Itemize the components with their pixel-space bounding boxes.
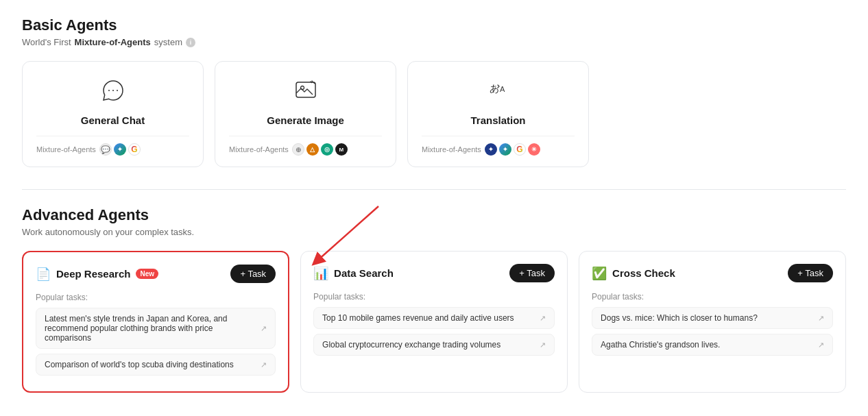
logo-bubble: 💬 [99, 143, 112, 156]
data-search-task-2[interactable]: Global cryptocurrency exchange trading v… [313, 334, 555, 356]
logo-spark-t: ✦ [485, 143, 497, 156]
advanced-subtitle-text: Work autonomously on your complex tasks. [22, 227, 194, 237]
translation-footer: Mixture-of-Agents ✦ ✦ G ✳ [422, 136, 575, 156]
advanced-agents-grid: 📄 Deep Research New + Task Popular tasks… [22, 251, 846, 393]
generate-image-logos: ⊕ △ ◎ M [292, 143, 348, 156]
data-search-icon: 📊 [313, 266, 328, 281]
translation-title: Translation [422, 114, 575, 126]
svg-text:A: A [500, 85, 505, 93]
cross-check-task-1[interactable]: Dogs vs. mice: Which is closer to humans… [592, 307, 833, 329]
logo-google: G [128, 143, 141, 156]
generate-image-icon [229, 78, 382, 108]
deep-research-task-2[interactable]: Comparison of world's top scuba diving d… [36, 354, 276, 376]
cross-check-icon: ✅ [592, 266, 607, 281]
subtitle-bold: Mixture-of-Agents [75, 37, 151, 47]
logo-snowflake-t: ✳ [528, 143, 540, 156]
section-divider [22, 189, 846, 190]
translation-logos: ✦ ✦ G ✳ [485, 143, 540, 156]
data-search-card[interactable]: 📊 Data Search + Task Popular tasks: Top … [300, 251, 568, 393]
logo-google-t: G [514, 143, 526, 156]
cross-check-card[interactable]: ✅ Cross Check + Task Popular tasks: Dogs… [579, 251, 846, 393]
general-chat-logos: 💬 ✦ G [99, 143, 141, 156]
translation-footer-label: Mixture-of-Agents [422, 145, 481, 154]
generate-image-card[interactable]: Generate Image Mixture-of-Agents ⊕ △ ◎ M [215, 61, 396, 167]
deep-research-title: Deep Research [56, 268, 130, 280]
general-chat-title: General Chat [36, 114, 189, 126]
advanced-agents-section: Advanced Agents Work autonomously on you… [22, 206, 846, 393]
cross-check-title: Cross Check [612, 267, 675, 279]
deep-research-title-group: 📄 Deep Research New [36, 267, 158, 282]
translation-icon: あ A [422, 78, 575, 108]
deep-research-task-1[interactable]: Latest men's style trends in Japan and K… [36, 308, 276, 349]
logo-gemini: ✦ [114, 143, 126, 156]
data-task-arrow-2: ↗ [540, 341, 546, 350]
logo-gemini-t: ✦ [499, 143, 511, 156]
data-search-header: 📊 Data Search + Task [313, 264, 555, 282]
subtitle-suffix: system [154, 37, 182, 47]
cross-task-arrow-1: ↗ [818, 314, 824, 323]
cross-check-popular-label: Popular tasks: [592, 292, 833, 302]
general-chat-footer: Mixture-of-Agents 💬 ✦ G [36, 136, 189, 156]
logo-openai-img: ⊕ [292, 143, 304, 156]
cross-check-task-btn[interactable]: + Task [788, 264, 833, 282]
advanced-agents-subtitle: Work autonomously on your complex tasks. [22, 227, 846, 237]
data-search-title: Data Search [334, 267, 394, 279]
deep-research-task-btn[interactable]: + Task [230, 265, 276, 283]
logo-openai: ◎ [321, 143, 333, 156]
generate-image-footer: Mixture-of-Agents ⊕ △ ◎ M [229, 136, 382, 156]
data-search-task-1[interactable]: Top 10 mobile games revenue and daily ac… [313, 307, 555, 329]
logo-anthropic: △ [306, 143, 319, 156]
data-search-popular-label: Popular tasks: [313, 292, 555, 302]
task-arrow-icon-1: ↗ [261, 324, 267, 333]
translation-card[interactable]: あ A Translation Mixture-of-Agents ✦ ✦ G … [407, 61, 589, 167]
data-task-arrow-1: ↗ [540, 314, 546, 323]
advanced-agents-title: Advanced Agents [22, 206, 846, 224]
basic-agents-subtitle: World's First Mixture-of-Agents system i [22, 37, 846, 47]
task-arrow-icon-2: ↗ [261, 360, 267, 369]
logo-meta: M [335, 143, 348, 156]
info-icon[interactable]: i [186, 38, 195, 47]
deep-research-popular-label: Popular tasks: [36, 293, 276, 302]
cross-task-arrow-2: ↗ [818, 341, 824, 350]
subtitle-prefix: World's First [22, 37, 71, 47]
deep-research-header: 📄 Deep Research New + Task [36, 265, 276, 283]
cross-check-header: ✅ Cross Check + Task [592, 264, 833, 282]
cross-check-title-group: ✅ Cross Check [592, 266, 675, 281]
deep-research-card[interactable]: 📄 Deep Research New + Task Popular tasks… [22, 251, 289, 393]
data-search-title-group: 📊 Data Search [313, 266, 394, 281]
general-chat-card[interactable]: General Chat Mixture-of-Agents 💬 ✦ G [22, 61, 204, 167]
data-search-task-btn[interactable]: + Task [509, 264, 555, 282]
deep-research-badge: New [136, 269, 158, 279]
basic-agents-grid: General Chat Mixture-of-Agents 💬 ✦ G [22, 61, 846, 167]
general-chat-footer-label: Mixture-of-Agents [36, 145, 96, 154]
generate-image-footer-label: Mixture-of-Agents [229, 145, 289, 154]
deep-research-icon: 📄 [36, 267, 51, 282]
basic-agents-title: Basic Agents [22, 16, 846, 34]
svg-text:あ: あ [490, 83, 499, 94]
cross-check-task-2[interactable]: Agatha Christie's grandson lives. ↗ [592, 334, 833, 356]
basic-agents-section: Basic Agents World's First Mixture-of-Ag… [22, 16, 846, 167]
general-chat-icon [36, 78, 189, 108]
page-wrapper: Basic Agents World's First Mixture-of-Ag… [22, 16, 846, 393]
generate-image-title: Generate Image [229, 114, 382, 126]
